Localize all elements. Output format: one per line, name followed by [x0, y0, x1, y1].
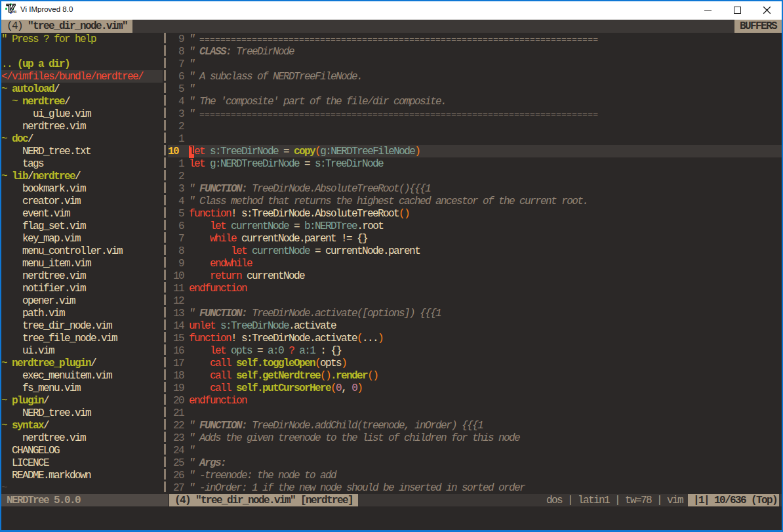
svg-text:im: im: [10, 8, 16, 14]
